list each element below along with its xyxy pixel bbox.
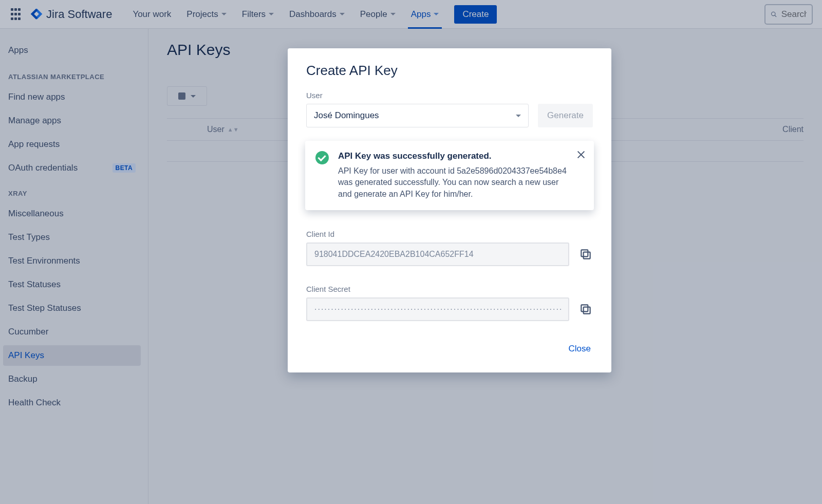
- user-select[interactable]: José Domingues: [306, 104, 529, 127]
- success-icon: [315, 151, 329, 164]
- copy-icon: [579, 303, 592, 316]
- copy-icon: [579, 248, 592, 261]
- client-secret-field[interactable]: [306, 297, 569, 321]
- user-label: User: [306, 91, 593, 100]
- copy-client-id-button[interactable]: [578, 247, 593, 262]
- svg-rect-2: [584, 252, 590, 259]
- svg-rect-5: [581, 305, 588, 312]
- success-toast: API Key was successfully generated. API …: [305, 141, 594, 210]
- client-id-field[interactable]: [306, 242, 569, 266]
- generate-button[interactable]: Generate: [538, 104, 593, 127]
- client-id-label: Client Id: [306, 230, 593, 238]
- toast-close-button[interactable]: [576, 150, 586, 159]
- user-select-value: José Domingues: [314, 110, 379, 121]
- copy-client-secret-button[interactable]: [578, 302, 593, 316]
- svg-rect-3: [581, 250, 588, 257]
- chevron-down-icon: [516, 115, 521, 117]
- svg-rect-4: [584, 307, 590, 314]
- toast-body: API Key for user with account id 5a2e589…: [338, 165, 568, 200]
- toast-title: API Key was successfully generated.: [338, 151, 568, 161]
- modal-title: Create API Key: [306, 63, 593, 79]
- client-secret-label: Client Secret: [306, 285, 593, 293]
- create-api-key-modal: Create API Key User José Domingues Gener…: [288, 48, 611, 372]
- close-button[interactable]: Close: [567, 340, 593, 358]
